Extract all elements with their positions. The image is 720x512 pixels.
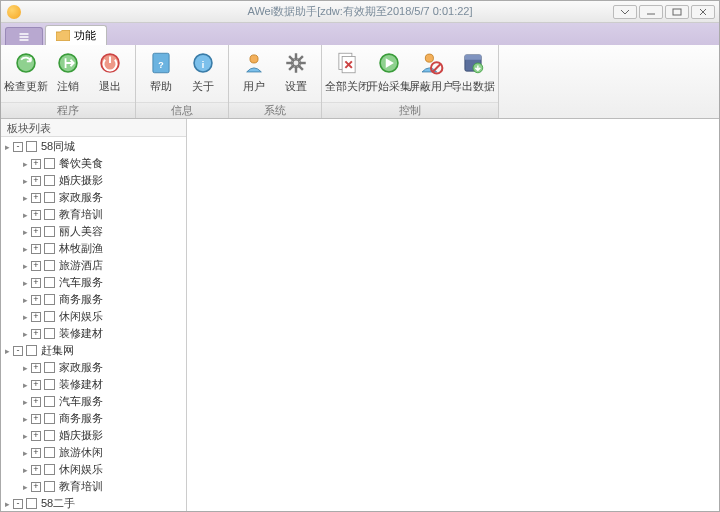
tree-item-label: 婚庆摄影 — [59, 428, 103, 443]
about-button[interactable]: i关于 — [182, 47, 224, 102]
tree-expander[interactable]: + — [31, 176, 41, 186]
tree-item[interactable]: ▸+汽车服务 — [1, 393, 186, 410]
tree-item[interactable]: ▸+装修建材 — [1, 325, 186, 342]
tree-item[interactable]: ▸-58同城 — [1, 138, 186, 155]
tree-item[interactable]: ▸+林牧副渔 — [1, 240, 186, 257]
tree-expander[interactable]: + — [31, 465, 41, 475]
tree-expander[interactable]: + — [31, 159, 41, 169]
app-menu-button[interactable] — [5, 27, 43, 45]
tree-arrow-icon: ▸ — [5, 142, 11, 152]
tree-expander[interactable]: + — [31, 482, 41, 492]
tree-item[interactable]: ▸+休闲娱乐 — [1, 308, 186, 325]
app-icon — [7, 5, 21, 19]
help-icon: ? — [147, 49, 175, 77]
tree-item[interactable]: ▸+装修建材 — [1, 376, 186, 393]
tree-item[interactable]: ▸+旅游酒店 — [1, 257, 186, 274]
tree-item[interactable]: ▸+商务服务 — [1, 410, 186, 427]
tree-expander[interactable]: + — [31, 295, 41, 305]
tree-expander[interactable]: + — [31, 363, 41, 373]
close-button[interactable] — [691, 5, 715, 19]
tree-checkbox[interactable] — [44, 260, 55, 271]
tree-expander[interactable]: + — [31, 278, 41, 288]
tree-checkbox[interactable] — [44, 226, 55, 237]
tree-item[interactable]: ▸+家政服务 — [1, 189, 186, 206]
dropdown-button[interactable] — [613, 5, 637, 19]
tree-item[interactable]: ▸+教育培训 — [1, 206, 186, 223]
tree-expander[interactable]: - — [13, 142, 23, 152]
tree-expander[interactable]: + — [31, 448, 41, 458]
tree-checkbox[interactable] — [44, 464, 55, 475]
start-collect-button[interactable]: 开始采集 — [368, 47, 410, 102]
tree-checkbox[interactable] — [44, 430, 55, 441]
help-button[interactable]: ?帮助 — [140, 47, 182, 102]
svg-rect-2 — [20, 33, 29, 35]
tree-expander[interactable]: + — [31, 261, 41, 271]
tree-checkbox[interactable] — [44, 294, 55, 305]
settings-button[interactable]: 设置 — [275, 47, 317, 102]
tree-expander[interactable]: + — [31, 210, 41, 220]
tree-item[interactable]: ▸-58二手 — [1, 495, 186, 511]
tree-checkbox[interactable] — [26, 498, 37, 509]
tree-checkbox[interactable] — [44, 243, 55, 254]
close-all-button[interactable]: 全部关闭 — [326, 47, 368, 102]
tree-expander[interactable]: + — [31, 380, 41, 390]
export-data-button[interactable]: 导出数据 — [452, 47, 494, 102]
tree-checkbox[interactable] — [26, 345, 37, 356]
tree-arrow-icon: ▸ — [23, 176, 29, 186]
tree-checkbox[interactable] — [44, 481, 55, 492]
tree-expander[interactable]: - — [13, 499, 23, 509]
tree-checkbox[interactable] — [26, 141, 37, 152]
tree-item[interactable]: ▸+休闲娱乐 — [1, 461, 186, 478]
tree-item[interactable]: ▸+教育培训 — [1, 478, 186, 495]
tab-bar: 功能 — [1, 23, 719, 45]
tree-checkbox[interactable] — [44, 447, 55, 458]
check-update-button[interactable]: 检查更新 — [5, 47, 47, 102]
tree-checkbox[interactable] — [44, 328, 55, 339]
tree-arrow-icon: ▸ — [23, 295, 29, 305]
tree-checkbox[interactable] — [44, 192, 55, 203]
tree-arrow-icon: ▸ — [23, 380, 29, 390]
user-button[interactable]: 用户 — [233, 47, 275, 102]
tree-expander[interactable]: + — [31, 431, 41, 441]
tree-item-label: 装修建材 — [59, 377, 103, 392]
tree-expander[interactable]: - — [13, 346, 23, 356]
tree-checkbox[interactable] — [44, 362, 55, 373]
exit-button[interactable]: 退出 — [89, 47, 131, 102]
export-data-icon — [459, 49, 487, 77]
tree-checkbox[interactable] — [44, 277, 55, 288]
tree-item[interactable]: ▸+婚庆摄影 — [1, 172, 186, 189]
minimize-button[interactable] — [639, 5, 663, 19]
tree-checkbox[interactable] — [44, 175, 55, 186]
tree-item[interactable]: ▸+旅游休闲 — [1, 444, 186, 461]
tree-expander[interactable]: + — [31, 414, 41, 424]
tree-expander[interactable]: + — [31, 227, 41, 237]
tree-checkbox[interactable] — [44, 396, 55, 407]
tree-checkbox[interactable] — [44, 413, 55, 424]
tree-expander[interactable]: + — [31, 329, 41, 339]
tree-checkbox[interactable] — [44, 379, 55, 390]
tree-view[interactable]: ▸-58同城▸+餐饮美食▸+婚庆摄影▸+家政服务▸+教育培训▸+丽人美容▸+林牧… — [1, 137, 186, 511]
tree-arrow-icon: ▸ — [23, 448, 29, 458]
tree-checkbox[interactable] — [44, 209, 55, 220]
maximize-button[interactable] — [665, 5, 689, 19]
tree-item[interactable]: ▸+家政服务 — [1, 359, 186, 376]
tree-checkbox[interactable] — [44, 158, 55, 169]
tree-item-label: 装修建材 — [59, 326, 103, 341]
tree-item[interactable]: ▸+丽人美容 — [1, 223, 186, 240]
svg-point-26 — [425, 54, 433, 62]
tree-item[interactable]: ▸+婚庆摄影 — [1, 427, 186, 444]
logout-icon — [54, 49, 82, 77]
tree-item[interactable]: ▸+餐饮美食 — [1, 155, 186, 172]
tree-expander[interactable]: + — [31, 397, 41, 407]
tree-item[interactable]: ▸+汽车服务 — [1, 274, 186, 291]
tree-item[interactable]: ▸-赶集网 — [1, 342, 186, 359]
block-user-button[interactable]: 屏蔽用户 — [410, 47, 452, 102]
tree-checkbox[interactable] — [44, 311, 55, 322]
tree-item[interactable]: ▸+商务服务 — [1, 291, 186, 308]
logout-button[interactable]: 注销 — [47, 47, 89, 102]
window-controls — [613, 5, 719, 19]
tab-functions[interactable]: 功能 — [45, 25, 107, 45]
tree-expander[interactable]: + — [31, 193, 41, 203]
tree-expander[interactable]: + — [31, 244, 41, 254]
tree-expander[interactable]: + — [31, 312, 41, 322]
